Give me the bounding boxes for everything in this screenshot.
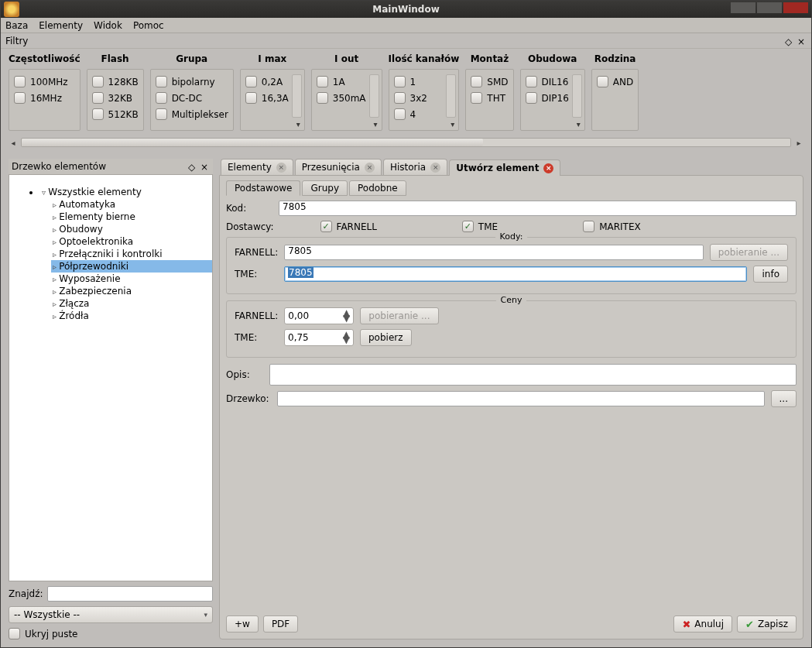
tme-price-spin[interactable]: 0,75 ▲▼ [284,329,354,346]
tme-code-input[interactable]: 7805 [284,266,747,282]
scroll-left-icon[interactable]: ◂ [9,139,18,147]
farnell-price-spin[interactable]: 0,00 ▲▼ [284,307,354,324]
filter-checkbox[interactable] [245,76,257,87]
treepath-browse-button[interactable]: ... [771,390,797,407]
dock-close-icon[interactable]: × [797,36,807,46]
tab-label: Przesunięcia [302,162,360,173]
tree-item[interactable]: Złącza [51,297,212,310]
filter-checkbox[interactable] [156,108,167,120]
chevron-down-icon: ▾ [204,611,207,619]
filter-checkbox[interactable] [526,92,537,104]
supplier-checkbox[interactable]: ✓ [462,221,474,232]
tab-close-icon[interactable]: × [365,163,375,173]
tree-header: Drzewko elementów ◇ × [9,159,213,174]
chevron-down-icon[interactable]: ▾ [374,120,378,129]
tme-info-button[interactable]: info [753,266,788,283]
tab[interactable]: Elementy× [221,159,293,175]
filter-checkbox[interactable] [526,76,537,87]
tab-close-icon[interactable]: × [543,163,553,173]
scroll-right-icon[interactable]: ▸ [794,139,803,147]
dock-float-icon[interactable]: ◇ [785,36,794,46]
kod-input[interactable]: 7805 [279,201,797,216]
tab-close-icon[interactable]: × [276,163,286,173]
find-input[interactable] [47,586,213,602]
tree-item[interactable]: Źródła [51,310,212,322]
filter-checkbox[interactable] [92,108,104,120]
menu-elementy[interactable]: Elementy [39,20,83,31]
filter-checkbox[interactable] [317,76,328,87]
filter-checkbox[interactable] [317,92,328,104]
check-icon: ✔ [745,619,754,630]
tree-item[interactable]: Przełączniki i kontrolki [51,248,212,260]
supplier-label: FARNELL [337,221,377,232]
filter-checkbox[interactable] [394,76,406,87]
supplier-checkbox[interactable]: ✓ [320,221,332,232]
filter-checkbox[interactable] [245,92,257,104]
spin-down-icon[interactable]: ▼ [343,338,350,343]
kod-label: Kod: [226,203,272,214]
filters-title: Filtry [5,36,28,46]
chevron-down-icon[interactable]: ▾ [296,120,300,129]
filter-checkbox[interactable] [471,76,482,87]
filters-hscroll[interactable]: ◂ ▸ [9,137,803,148]
filter-scrollbar[interactable] [446,74,456,118]
hide-empty-checkbox[interactable] [9,628,20,639]
tree-close-icon[interactable]: × [200,162,210,171]
tree-title: Drzewko elementów [12,161,106,172]
tme-price-fetch-button[interactable]: pobierz [360,329,412,346]
filter-checkbox[interactable] [14,92,26,104]
tree-item[interactable]: Półprzewodniki [51,260,212,273]
filter-box: 13x24▾ [389,69,460,131]
tree-float-icon[interactable]: ◇ [188,162,197,171]
tree-root-item[interactable]: Wszystkie elementy [40,186,212,198]
filter-scrollbar[interactable] [369,74,379,118]
tab[interactable]: Przesunięcia× [295,159,382,175]
tree-item[interactable]: Automatyka [51,198,212,211]
filter-checkbox[interactable] [92,76,104,87]
save-button[interactable]: ✔Zapisz [737,615,797,633]
tree-item[interactable]: Obudowy [51,223,212,235]
tree-item[interactable]: Zabezpieczenia [51,285,212,297]
tab[interactable]: Historia× [383,159,447,175]
farnell-code-input[interactable]: 7805 [284,245,704,260]
cancel-button[interactable]: ✖Anuluj [673,615,732,633]
farnell-fetch-button[interactable]: pobieranie ... [710,244,788,261]
subtab[interactable]: Grupy [302,180,348,196]
maximize-button[interactable] [757,2,782,13]
filter-checkbox[interactable] [394,92,406,104]
menu-baza[interactable]: Baza [5,20,28,31]
minimize-button[interactable] [731,2,755,13]
filter-checkbox[interactable] [156,92,167,104]
subtab[interactable]: Podobne [349,180,406,196]
tree-item[interactable]: Optoelektronika [51,235,212,248]
tab-close-icon[interactable]: × [430,163,440,173]
desc-input[interactable] [269,364,797,386]
menu-pomoc[interactable]: Pomoc [133,20,164,31]
plus-w-button[interactable]: +w [226,615,259,633]
filter-checkbox[interactable] [597,76,608,87]
tree-item[interactable]: Wyposażenie [51,273,212,285]
filter-checkbox[interactable] [156,76,167,87]
tree-item[interactable]: Elementy bierne [51,211,212,223]
filter-scrollbar[interactable] [572,74,582,118]
suppliers-label: Dostawcy: [226,221,274,232]
treepath-input[interactable] [277,391,765,406]
filter-scrollbar[interactable] [292,74,302,118]
subtab[interactable]: Podstawowe [226,180,300,196]
tree-view[interactable]: Wszystkie elementyAutomatykaElementy bie… [9,174,213,581]
spin-down-icon[interactable]: ▼ [343,316,350,321]
filter-combo[interactable]: -- Wszystkie -- ▾ [9,606,213,623]
filter-checkbox[interactable] [14,76,26,87]
filter-checkbox[interactable] [394,108,406,120]
supplier-checkbox[interactable] [583,221,594,232]
close-button[interactable] [783,2,808,13]
pdf-button[interactable]: PDF [263,615,298,633]
filter-checkbox[interactable] [471,92,482,104]
chevron-down-icon[interactable]: ▾ [577,120,581,129]
tab[interactable]: Utwórz element× [449,159,560,176]
filter-option-label: 32KB [108,93,132,104]
filter-checkbox[interactable] [92,92,104,104]
farnell-price-fetch-button[interactable]: pobieranie ... [360,307,438,324]
menu-widok[interactable]: Widok [94,20,122,31]
chevron-down-icon[interactable]: ▾ [451,120,454,129]
